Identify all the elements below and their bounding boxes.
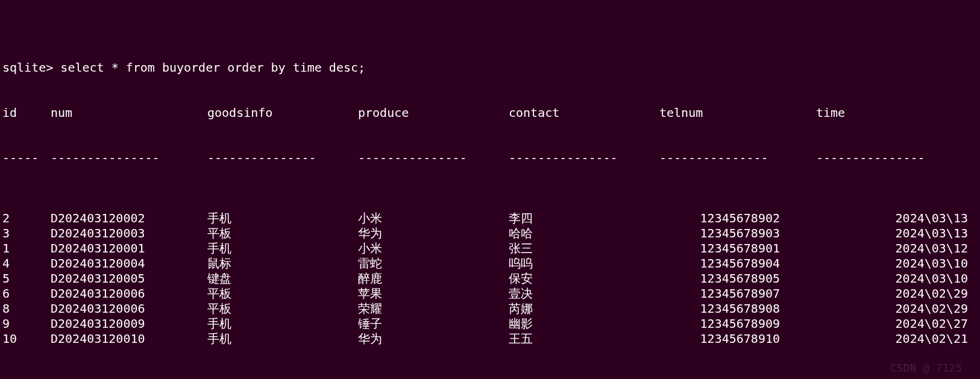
cell-goodsinfo: 平板 (207, 286, 358, 301)
cell-num: D202403120003 (51, 226, 207, 241)
table-row: 1D202403120001手机小米张三123456789012024\03\1… (2, 241, 978, 256)
cell-produce: 荣耀 (358, 301, 509, 316)
cell-contact: 芮娜 (509, 301, 659, 316)
divider: --------------- (659, 151, 816, 166)
cell-num: D202403120006 (51, 286, 207, 301)
cell-num: D202403120009 (51, 316, 207, 331)
cell-telnum: 12345678907 (659, 286, 816, 301)
divider: ----- (2, 151, 51, 166)
divider: --------------- (816, 151, 973, 166)
cell-contact: 李四 (509, 211, 659, 226)
table-row: 2D202403120002手机小米李四123456789022024\03\1… (2, 211, 978, 226)
cell-telnum: 12345678902 (659, 211, 816, 226)
cell-time: 2024\02\29 (816, 286, 973, 301)
divider: --------------- (51, 151, 207, 166)
cell-produce: 锤子 (358, 316, 509, 331)
cell-produce: 雷蛇 (358, 256, 509, 271)
cell-telnum: 12345678910 (659, 331, 816, 346)
col-header-id: id (2, 105, 51, 121)
table-row: 4D202403120004鼠标雷蛇呜呜123456789042024\03\1… (2, 256, 978, 271)
cell-num: D202403120004 (51, 256, 207, 271)
cell-produce: 华为 (358, 331, 509, 346)
cell-produce: 醉鹿 (358, 271, 509, 286)
result-header-row: id num goodsinfo produce contact telnum … (2, 105, 978, 121)
cell-time: 2024\02\27 (816, 316, 973, 331)
cell-contact: 哈哈 (509, 226, 659, 241)
cell-goodsinfo: 手机 (207, 316, 358, 331)
cell-contact: 王五 (509, 331, 659, 346)
cell-num: D202403120002 (51, 211, 207, 226)
col-header-telnum: telnum (659, 105, 816, 121)
cell-produce: 华为 (358, 226, 509, 241)
cell-goodsinfo: 平板 (207, 226, 358, 241)
cell-goodsinfo: 键盘 (207, 271, 358, 286)
table-row: 8D202403120006平板荣耀芮娜123456789082024\02\2… (2, 301, 978, 316)
table-row: 9D202403120009手机锤子幽影123456789092024\02\2… (2, 316, 978, 331)
col-header-contact: contact (509, 105, 659, 121)
cell-telnum: 12345678904 (659, 256, 816, 271)
cell-id: 9 (2, 316, 51, 331)
cell-goodsinfo: 手机 (207, 331, 358, 346)
cell-num: D202403120005 (51, 271, 207, 286)
cell-num: D202403120006 (51, 301, 207, 316)
result-divider-row: ----- --------------- --------------- --… (2, 151, 978, 166)
cell-time: 2024\02\21 (816, 331, 973, 346)
cell-time: 2024\03\13 (816, 226, 973, 241)
cell-produce: 小米 (358, 241, 509, 256)
cell-time: 2024\03\10 (816, 256, 973, 271)
cell-contact: 幽影 (509, 316, 659, 331)
sqlite-prompt: sqlite> (2, 60, 53, 75)
cell-id: 10 (2, 331, 51, 346)
col-header-time: time (816, 105, 973, 121)
col-header-produce: produce (358, 105, 509, 121)
cell-contact: 张三 (509, 241, 659, 256)
cell-contact: 保安 (509, 271, 659, 286)
divider: --------------- (509, 151, 659, 166)
divider: --------------- (358, 151, 509, 166)
sql-command: select * from buyorder order by time des… (60, 60, 365, 75)
table-row: 3D202403120003平板华为哈哈123456789032024\03\1… (2, 226, 978, 241)
cell-id: 2 (2, 211, 51, 226)
cell-telnum: 12345678908 (659, 301, 816, 316)
table-row: 5D202403120005键盘醉鹿保安123456789052024\03\1… (2, 271, 978, 286)
table-row: 6D202403120006平板苹果壹决123456789072024\02\2… (2, 286, 978, 301)
cell-telnum: 12345678901 (659, 241, 816, 256)
cell-time: 2024\03\12 (816, 241, 973, 256)
cell-id: 5 (2, 271, 51, 286)
cell-produce: 小米 (358, 211, 509, 226)
col-header-num: num (51, 105, 207, 121)
terminal-output: sqlite> select * from buyorder order by … (0, 0, 980, 379)
cell-num: D202403120001 (51, 241, 207, 256)
cell-goodsinfo: 平板 (207, 301, 358, 316)
cell-time: 2024\02\29 (816, 301, 973, 316)
cell-goodsinfo: 手机 (207, 211, 358, 226)
cell-telnum: 12345678903 (659, 226, 816, 241)
cell-contact: 呜呜 (509, 256, 659, 271)
cell-id: 6 (2, 286, 51, 301)
cell-produce: 苹果 (358, 286, 509, 301)
cell-id: 4 (2, 256, 51, 271)
cell-telnum: 12345678905 (659, 271, 816, 286)
table-row: 10D202403120010手机华为王五123456789102024\02\… (2, 331, 978, 346)
cell-num: D202403120010 (51, 331, 207, 346)
cell-telnum: 12345678909 (659, 316, 816, 331)
sqlite-prompt-line[interactable]: sqlite> select * from buyorder order by … (2, 60, 978, 75)
cell-id: 1 (2, 241, 51, 256)
cell-id: 3 (2, 226, 51, 241)
cell-time: 2024\03\10 (816, 271, 973, 286)
cell-goodsinfo: 鼠标 (207, 256, 358, 271)
cell-goodsinfo: 手机 (207, 241, 358, 256)
col-header-goodsinfo: goodsinfo (207, 105, 358, 121)
cell-id: 8 (2, 301, 51, 316)
cell-time: 2024\03\13 (816, 211, 973, 226)
cell-contact: 壹决 (509, 286, 659, 301)
divider: --------------- (207, 151, 358, 166)
